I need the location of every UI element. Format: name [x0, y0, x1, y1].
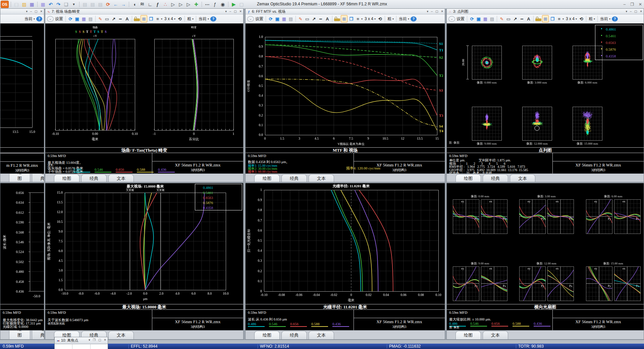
- dropdown-icon[interactable]: ▾: [593, 15, 596, 22]
- report-page2-icon[interactable]: ▤: [89, 1, 96, 8]
- add-analysis-icon[interactable]: ✚: [193, 1, 200, 8]
- tab-classic[interactable]: 经典: [281, 331, 307, 340]
- mtf-curve-icon[interactable]: ƒ: [212, 1, 218, 8]
- tab-text[interactable]: 文本: [510, 174, 535, 182]
- back-icon[interactable]: ←: [112, 1, 119, 8]
- dropdown-icon[interactable]: ▾: [160, 15, 163, 22]
- tab-plot[interactable]: 绘图: [455, 331, 481, 340]
- print-icon[interactable]: ▤: [288, 15, 294, 22]
- report-page-icon[interactable]: ▤: [82, 1, 88, 8]
- dropdown-icon[interactable]: ▾: [392, 15, 394, 22]
- help-icon[interactable]: ?: [210, 16, 216, 21]
- tab-plot[interactable]: 绘图: [54, 174, 79, 182]
- tab-classic[interactable]: 经典: [483, 174, 508, 182]
- arrow-icon[interactable]: ↗: [311, 15, 317, 22]
- arrow-icon[interactable]: ↗: [111, 15, 117, 22]
- close-icon[interactable]: ✕: [639, 2, 642, 7]
- dropdown-icon[interactable]: ▾: [562, 15, 565, 22]
- pencil-icon[interactable]: ✎: [499, 15, 505, 22]
- close-icon[interactable]: ✕: [640, 9, 642, 14]
- line-icon[interactable]: ━: [519, 15, 525, 22]
- settings-label[interactable]: 设置: [255, 15, 264, 22]
- dropdown-icon[interactable]: ▾: [575, 15, 578, 22]
- tab-text[interactable]: 文本: [309, 174, 334, 182]
- dropdown-icon[interactable]: ▾: [173, 15, 176, 22]
- tab-text[interactable]: 文本: [309, 331, 334, 340]
- current-label[interactable]: 当前: [198, 15, 207, 22]
- cascade-windows-icon[interactable]: ❏: [63, 1, 69, 8]
- tab-classic[interactable]: 经典: [32, 173, 44, 182]
- maximize-icon[interactable]: ▢: [435, 9, 438, 14]
- copy-icon[interactable]: ▣: [476, 15, 482, 22]
- help-icon[interactable]: ?: [612, 16, 618, 21]
- pickup-icon[interactable]: ◉: [219, 1, 226, 8]
- print-icon[interactable]: ▤: [88, 15, 94, 22]
- ray-trace-icon[interactable]: RI: [139, 1, 146, 8]
- dropdown-icon[interactable]: ▾: [89, 337, 90, 343]
- refresh-icon[interactable]: ⟳: [268, 15, 274, 22]
- settings-label[interactable]: 设置: [54, 15, 64, 22]
- rectangle-icon[interactable]: ▭: [304, 15, 310, 22]
- fft-mtf-icon[interactable]: ƒ: [154, 1, 161, 8]
- reset-icon[interactable]: ⟲: [377, 15, 383, 22]
- help-icon[interactable]: ?: [36, 16, 42, 21]
- copy-icon[interactable]: ▣: [274, 15, 280, 22]
- close-icon[interactable]: ✕: [441, 9, 443, 14]
- tab-text[interactable]: 文本: [483, 331, 508, 340]
- spot-diagram-icon[interactable]: ∴: [162, 1, 169, 8]
- tab-classic[interactable]: 经典: [281, 174, 307, 182]
- minimize-icon[interactable]: –: [229, 9, 231, 14]
- lens-tool-icon[interactable]: ▷: [170, 1, 176, 8]
- dropdown-icon[interactable]: ▾: [608, 15, 611, 22]
- macro-doc-icon[interactable]: ▢: [238, 1, 245, 8]
- text-icon[interactable]: A: [526, 15, 532, 22]
- open-file-icon[interactable]: ▨: [21, 1, 28, 8]
- thickness-label[interactable]: 粗: [186, 15, 192, 22]
- current-label[interactable]: 当前: [24, 15, 33, 22]
- window-titlebar[interactable]: ƒ6: FFT MTF vs. 视场 ▾ – ▢ ✕: [246, 9, 445, 14]
- dots-analysis-icon[interactable]: ⋯: [204, 1, 211, 8]
- dropdown-icon[interactable]: ▾: [225, 9, 227, 14]
- refresh-icon[interactable]: ⟳: [67, 15, 73, 22]
- settings-chevron-icon[interactable]: ⌄: [448, 16, 455, 22]
- config-layers-icon[interactable]: ≡: [355, 15, 361, 22]
- tab-plot[interactable]: 绘图: [9, 173, 30, 182]
- minimize-icon[interactable]: –: [431, 9, 433, 14]
- window-titlebar[interactable]: ∴3: 点列图 ▾ – ▢ ✕: [447, 9, 644, 14]
- tab-plot[interactable]: 绘图: [9, 330, 30, 340]
- dropdown-icon[interactable]: ▾: [33, 15, 36, 22]
- undo-icon[interactable]: ↶: [47, 1, 54, 8]
- window-tile-icon[interactable]: ⊞: [341, 15, 347, 22]
- window-tile-icon[interactable]: ⊞: [542, 15, 549, 22]
- field-plot-icon[interactable]: ∟: [147, 1, 153, 8]
- optimize-play-icon[interactable]: ▶: [230, 1, 237, 8]
- minimize-icon[interactable]: –: [630, 9, 632, 14]
- dropdown-icon[interactable]: ▾: [374, 15, 376, 22]
- maximize-icon[interactable]: ▢: [98, 337, 101, 343]
- reset-icon[interactable]: ⟲: [177, 15, 183, 22]
- lens-tool3-icon[interactable]: ▷: [185, 1, 192, 8]
- pencil-icon[interactable]: ✎: [298, 15, 304, 22]
- redo-icon[interactable]: ↷: [55, 1, 62, 8]
- clone-window-icon[interactable]: ❐: [549, 15, 555, 22]
- restore-icon[interactable]: ❐: [630, 2, 634, 7]
- window-titlebar[interactable]: ●●10: 离焦点 ▾ ❐ ▢ ✕: [55, 337, 108, 344]
- opticstudio-logo[interactable]: OS: [1, 1, 9, 8]
- line-icon[interactable]: ━: [318, 15, 324, 22]
- lock-icon[interactable]: [134, 18, 140, 21]
- lock-icon[interactable]: [334, 18, 340, 21]
- thickness-label[interactable]: 粗: [387, 15, 392, 22]
- minimize-icon[interactable]: –: [30, 9, 32, 14]
- dropdown-icon[interactable]: ▾: [192, 15, 194, 22]
- close-icon[interactable]: ✕: [104, 337, 106, 343]
- config-layers-icon[interactable]: ≡: [155, 15, 161, 22]
- save-as-icon[interactable]: ▦: [40, 1, 46, 8]
- print-icon[interactable]: ▤: [489, 15, 495, 22]
- thickness-label[interactable]: 粗: [588, 15, 593, 22]
- report-page3-icon[interactable]: ▤: [97, 1, 104, 8]
- current-label[interactable]: 当前: [398, 15, 408, 22]
- text-icon[interactable]: A: [324, 15, 330, 22]
- grid-label[interactable]: 3 x 4: [565, 15, 575, 22]
- dropdown-icon[interactable]: ▾: [407, 15, 410, 22]
- window-minimized-defocus[interactable]: ●●10: 离焦点 ▾ ❐ ▢ ✕: [54, 337, 108, 349]
